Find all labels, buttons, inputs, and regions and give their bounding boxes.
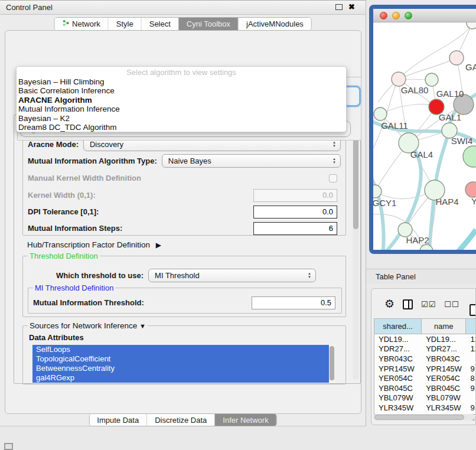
data-attributes-list[interactable]: SelfLoopsTopologicalCoefficientBetweenne… (32, 345, 335, 383)
table-row[interactable]: YBR045CYBR045C9. (374, 383, 476, 393)
attribute-list-item[interactable]: BetweennessCentrality (32, 364, 329, 373)
network-node[interactable] (425, 73, 438, 86)
network-node[interactable] (374, 107, 387, 120)
aracne-mode-label: Aracne Mode: (28, 140, 79, 149)
float-panel-icon[interactable] (335, 4, 343, 10)
which-threshold-combo[interactable]: MI Threshold ▲▼ (148, 269, 316, 282)
tab-discretize-data[interactable]: Discretize Data (147, 414, 215, 426)
column-header-A[interactable]: A (466, 319, 476, 334)
algorithm-dropdown-header: Select algorithm to view settings (17, 67, 346, 77)
tab-label: jActiveMNodules (246, 19, 304, 28)
network-canvas[interactable]: GAL80GAL10GALGAL11GAL1GAL4SWI4GCY1HAP4YH… (373, 22, 476, 250)
table-cell: YDL19... (374, 334, 422, 344)
column-header-name[interactable]: name (422, 319, 466, 334)
table-cell: 9. (466, 403, 476, 413)
network-node[interactable] (373, 185, 382, 198)
minimized-panel-icon[interactable] (4, 443, 13, 450)
table-cell: YPR145W (374, 364, 422, 374)
manual-kernel-checkbox[interactable] (329, 174, 337, 182)
table-cell: 9. (466, 383, 476, 393)
which-threshold-label: Which threshold to use: (56, 271, 144, 280)
tab-jactivemnodules[interactable]: jActiveMNodules (239, 18, 311, 30)
mi-steps-label: Mutual Information Steps: (28, 224, 122, 233)
attribute-list-item[interactable]: SelfLoops (32, 345, 329, 354)
hub-definition-expander[interactable]: Hub/Transcription Factor Definition ▶ (27, 240, 161, 249)
mi-type-combo[interactable]: Naive Bayes ▲▼ (162, 154, 341, 168)
mi-steps-input[interactable]: 6 (253, 222, 337, 235)
table-row[interactable]: YBR043CYBR043C (374, 354, 476, 364)
node-table: shared...nameA YDL19...YDL19...13YDR27..… (374, 318, 476, 415)
tab-network[interactable]: Network (54, 18, 109, 30)
table-cell (466, 393, 476, 403)
which-threshold-value: MI Threshold (155, 271, 200, 280)
table-cell: YDR27... (422, 344, 466, 354)
algorithm-option[interactable]: Dream8 DC_TDC Algorithm (17, 123, 346, 132)
column-header-shared[interactable]: shared... (374, 319, 422, 334)
algorithm-option[interactable]: Bayesian – K2 (17, 114, 346, 123)
dpi-tolerance-input[interactable]: 0.0 (253, 206, 337, 219)
table-panel-titlebar: Table Panel (366, 269, 476, 284)
table-cell: YER054C (422, 373, 466, 383)
network-window-titlebar (373, 9, 476, 22)
tab-cyni-toolbox[interactable]: Cyni Toolbox (179, 18, 239, 30)
algorithm-option[interactable]: Bayesian – Hill Climbing (17, 77, 346, 86)
network-node-label: GAL80 (401, 85, 429, 95)
sources-group-title[interactable]: Sources for Network Inference ▼ (28, 321, 148, 330)
minimize-traffic-light[interactable] (392, 12, 400, 19)
algorithm-option[interactable]: Basic Correlation Inference (17, 86, 346, 95)
algorithm-dropdown: Select algorithm to view settings Bayesi… (16, 66, 347, 132)
algorithm-definition-group: Algorithm Definition Aracne Mode: Discov… (22, 129, 346, 236)
tab-label: Style (116, 19, 133, 28)
sources-group: Sources for Network Inference ▼ Data Att… (22, 325, 346, 384)
network-node[interactable] (463, 146, 476, 167)
network-node[interactable] (465, 182, 476, 197)
split-columns-icon[interactable] (403, 299, 413, 309)
kernel-width-input[interactable]: 0.0 (253, 189, 337, 202)
attribute-list-item[interactable]: gal4RGexp (32, 373, 329, 383)
table-row[interactable]: YBL079WYBL079W (374, 393, 476, 403)
table-cell (466, 354, 476, 364)
gear-icon[interactable]: ⚙ (384, 298, 395, 310)
table-row[interactable]: YER054CYER054C8. (374, 373, 476, 383)
close-traffic-light[interactable] (380, 12, 387, 19)
tab-label: Discretize Data (155, 416, 207, 425)
data-attributes-label: Data Attributes (29, 333, 84, 342)
zoom-traffic-light[interactable] (405, 12, 412, 19)
checked-columns-icon[interactable]: ☑☑ (421, 300, 436, 309)
table-cell: YBR045C (422, 383, 466, 393)
settings-vertical-scrollbar[interactable] (353, 118, 359, 380)
unchecked-columns-icon[interactable]: ☐☐ (444, 300, 459, 309)
mi-type-value: Naive Bayes (168, 156, 211, 165)
network-node[interactable] (449, 51, 464, 65)
cyni-bottom-tabs: Impute DataDiscretize DataInfer Network (89, 413, 276, 426)
aracne-mode-value: Discovery (90, 140, 123, 149)
hub-definition-label: Hub/Transcription Factor Definition (27, 240, 150, 249)
table-row[interactable]: YDL19...YDL19...13 (374, 334, 476, 344)
control-panel-tabs: NetworkStyleSelectCyni ToolboxjActiveMNo… (54, 17, 312, 31)
table-row[interactable]: YLR345WYLR345W9. (374, 403, 476, 413)
network-node[interactable] (467, 22, 476, 29)
attribute-list-item[interactable]: TopologicalCoefficient (32, 354, 329, 364)
tab-infer-network[interactable]: Infer Network (215, 414, 276, 426)
tab-style[interactable]: Style (109, 18, 142, 30)
network-icon (62, 19, 69, 28)
attributes-scrollbar[interactable] (329, 345, 335, 383)
table-cell: 13 (466, 334, 476, 344)
table-row[interactable]: YPR145WYPR145W9. (374, 364, 476, 374)
close-icon[interactable]: ✖ (348, 4, 355, 11)
table-cell: YBR043C (374, 354, 422, 364)
tab-impute-data[interactable]: Impute Data (89, 414, 147, 426)
table-row[interactable]: YDR27...YDR27...12 (374, 344, 476, 354)
sources-title-text: Sources for Network Inference (30, 321, 137, 330)
mi-threshold-input[interactable]: 0.5 (252, 296, 335, 309)
stepper-icon: ▲▼ (332, 157, 336, 164)
table-horizontal-scrollbar[interactable] (373, 414, 475, 420)
network-node-label: GAL4 (410, 149, 433, 159)
new-table-icon[interactable] (470, 304, 476, 316)
algorithm-option[interactable]: ARACNE Algorithm (17, 96, 346, 105)
network-node[interactable] (392, 72, 406, 86)
mi-threshold-group-title: MI Threshold Definition (33, 283, 115, 292)
control-panel-window: Control Panel ✖ NetworkStyleSelectCyni T… (0, 0, 366, 426)
tab-select[interactable]: Select (142, 18, 179, 30)
algorithm-option[interactable]: Mutual Information Inference (17, 105, 346, 113)
